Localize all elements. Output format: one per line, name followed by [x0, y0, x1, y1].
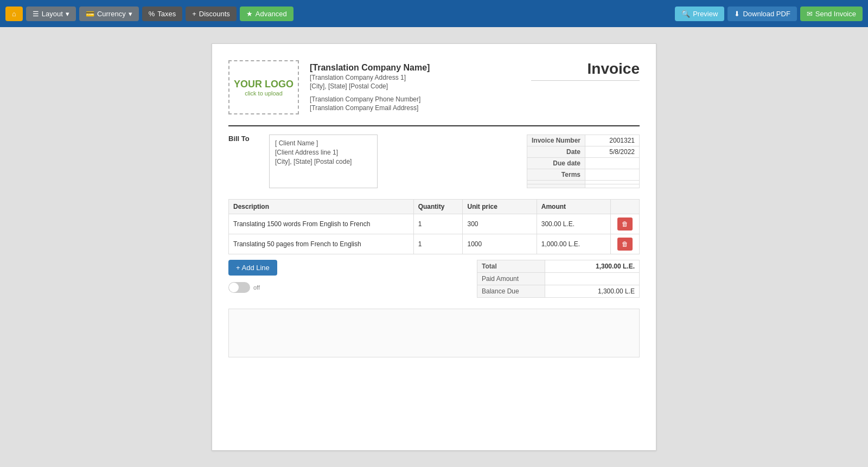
line-unit-price-1[interactable]: 1000	[463, 234, 537, 254]
line-items-table: Description Quantity Unit price Amount T…	[228, 199, 640, 254]
advanced-button[interactable]: ★ Advanced	[240, 7, 293, 21]
company-email: [Translation Company Email Address]	[310, 104, 430, 112]
paid-amount-row: Paid Amount	[477, 273, 640, 285]
discounts-label: Discounts	[199, 10, 230, 18]
discounts-plus-icon: +	[192, 10, 196, 18]
totals-section: Total 1,300.00 L.E. Paid Amount Balance …	[477, 260, 640, 298]
invoice-title-box: Invoice	[531, 60, 640, 81]
layout-icon: ☰	[33, 10, 39, 18]
invoice-container: YOUR LOGO click to upload [Translation C…	[212, 43, 656, 451]
client-address2: [City], [State] [Postal code]	[275, 158, 372, 165]
invoice-header: YOUR LOGO click to upload [Translation C…	[228, 60, 640, 114]
advanced-label: Advanced	[256, 10, 287, 18]
trash-icon: 🗑	[622, 220, 628, 228]
balance-due-value: 1,300.00 L.E	[545, 285, 639, 298]
extra2-row	[527, 184, 639, 188]
due-date-value[interactable]	[585, 158, 640, 169]
paid-amount-value[interactable]	[545, 273, 639, 285]
header-action	[610, 200, 639, 214]
line-description-0[interactable]: Translating 1500 words From English to F…	[229, 214, 414, 234]
taxes-button[interactable]: % Taxes	[142, 7, 183, 21]
line-action-1: 🗑	[610, 234, 639, 254]
download-button[interactable]: ⬇ Download PDF	[727, 7, 796, 21]
toggle-label: off	[253, 284, 260, 291]
terms-label: Terms	[527, 169, 585, 181]
company-address2: [City], [State] [Postal Code]	[310, 82, 430, 90]
invoice-title: Invoice	[531, 60, 640, 81]
company-address1: [Translation Company Address 1]	[310, 74, 430, 81]
currency-button[interactable]: 💳 Currency ▾	[79, 7, 139, 21]
layout-chevron-icon: ▾	[66, 10, 69, 18]
add-line-button[interactable]: + Add Line	[228, 260, 277, 276]
logo-upload-box[interactable]: YOUR LOGO click to upload	[228, 60, 299, 114]
advanced-star-icon: ★	[246, 10, 253, 18]
currency-icon: 💳	[86, 10, 94, 18]
trash-icon: 🗑	[622, 240, 628, 248]
send-invoice-button[interactable]: ✉ Send Invoice	[800, 7, 863, 21]
extra1-value[interactable]	[585, 181, 640, 184]
taxes-label: Taxes	[157, 10, 176, 18]
invoice-details-table: Invoice Number 2001321 Date 5/8/2022 Due…	[527, 135, 640, 188]
date-label: Date	[527, 146, 585, 158]
header-divider	[228, 125, 640, 126]
company-info: [Translation Company Name] [Translation …	[310, 63, 430, 112]
layout-button[interactable]: ☰ Layout ▾	[26, 7, 76, 21]
header-amount: Amount	[537, 200, 610, 214]
page-background: YOUR LOGO click to upload [Translation C…	[0, 27, 868, 467]
home-icon	[12, 10, 16, 18]
company-name: [Translation Company Name]	[310, 63, 430, 73]
line-quantity-1[interactable]: 1	[413, 234, 463, 254]
toggle-knob	[229, 283, 239, 292]
table-row: Translating 1500 words From English to F…	[229, 214, 640, 234]
extra1-row	[527, 181, 639, 184]
line-description-1[interactable]: Translating 50 pages from French to Engl…	[229, 234, 414, 254]
total-value: 1,300.00 L.E.	[545, 260, 639, 273]
notes-area[interactable]	[228, 309, 640, 357]
invoice-number-label: Invoice Number	[527, 135, 585, 146]
extra2-label	[527, 184, 585, 188]
currency-chevron-icon: ▾	[129, 10, 132, 18]
preview-icon: 🔍	[681, 10, 690, 18]
send-label: Send Invoice	[815, 10, 856, 18]
left-actions: + Add Line off	[228, 260, 277, 293]
delete-line-button-1[interactable]: 🗑	[617, 238, 633, 251]
logo-text: YOUR LOGO	[234, 79, 293, 90]
discounts-button[interactable]: + Discounts	[186, 7, 237, 21]
line-quantity-0[interactable]: 1	[413, 214, 463, 234]
download-label: Download PDF	[743, 10, 790, 18]
balance-due-label: Balance Due	[477, 285, 545, 298]
actions-totals-row: + Add Line off Total 1,300.00 L.E. Paid …	[228, 260, 640, 298]
bill-to-label: Bill To	[228, 135, 258, 188]
toggle-container: off	[228, 282, 277, 293]
line-amount-1: 1,000.00 L.E.	[537, 234, 610, 254]
extra2-value[interactable]	[585, 184, 640, 188]
due-date-row: Due date	[527, 158, 639, 169]
terms-value[interactable]	[585, 169, 640, 181]
paid-amount-label: Paid Amount	[477, 273, 545, 285]
header-unit-price: Unit price	[463, 200, 537, 214]
home-button[interactable]	[5, 7, 23, 21]
invoice-number-value: 2001321	[585, 135, 640, 146]
paid-toggle[interactable]	[228, 282, 250, 293]
bill-section: Bill To [ Client Name ] [Client Address …	[228, 135, 640, 188]
line-amount-0: 300.00 L.E.	[537, 214, 610, 234]
bill-to-fields[interactable]: [ Client Name ] [Client Address line 1] …	[269, 135, 378, 188]
download-icon: ⬇	[734, 10, 740, 18]
taxes-icon: %	[149, 10, 155, 18]
date-value: 5/8/2022	[585, 146, 640, 158]
preview-button[interactable]: 🔍 Preview	[675, 7, 724, 21]
line-action-0: 🗑	[610, 214, 639, 234]
date-row: Date 5/8/2022	[527, 146, 639, 158]
total-label: Total	[477, 260, 545, 273]
delete-line-button-0[interactable]: 🗑	[617, 217, 633, 231]
toolbar: ☰ Layout ▾ 💳 Currency ▾ % Taxes + Discou…	[0, 0, 868, 27]
totals-table: Total 1,300.00 L.E. Paid Amount Balance …	[477, 260, 640, 298]
currency-label: Currency	[97, 10, 126, 18]
bill-to-block: Bill To [ Client Name ] [Client Address …	[228, 135, 378, 188]
line-unit-price-0[interactable]: 300	[463, 214, 537, 234]
header-quantity: Quantity	[413, 200, 463, 214]
invoice-number-row: Invoice Number 2001321	[527, 135, 639, 146]
company-phone: [Translation Company Phone Number]	[310, 95, 430, 103]
preview-label: Preview	[693, 10, 718, 18]
logo-subtext: click to upload	[245, 90, 283, 97]
